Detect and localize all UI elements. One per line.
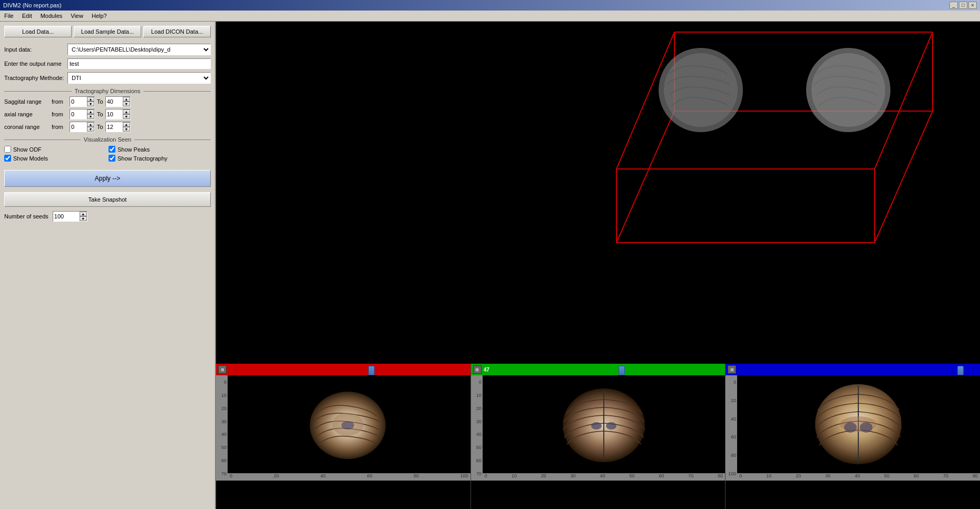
saggital-from-spinners: ▲ ▼ xyxy=(87,97,94,106)
seeds-spin: ▲ ▼ xyxy=(53,211,87,222)
axial-slider-track[interactable] xyxy=(494,366,721,373)
coronal-from-spinners: ▲ ▼ xyxy=(87,122,94,132)
axial-to-input[interactable] xyxy=(106,109,123,119)
coronal-to-up[interactable]: ▲ xyxy=(123,122,130,127)
axial-from-down[interactable]: ▼ xyxy=(87,114,94,119)
menu-modules[interactable]: Modules xyxy=(38,12,65,20)
saggital-to-up[interactable]: ▲ xyxy=(123,97,130,102)
3d-scene-svg xyxy=(216,22,980,364)
svg-point-13 xyxy=(664,53,738,127)
seeds-input[interactable] xyxy=(53,212,80,221)
axial-slice-number: 47 xyxy=(484,367,489,373)
axial-y-axis: 0 10 20 30 40 50 60 70 xyxy=(471,375,483,481)
show-peaks-item: Show Peaks xyxy=(109,146,211,153)
coronal-from-input[interactable] xyxy=(70,122,87,132)
coronal-from-down[interactable]: ▼ xyxy=(87,127,94,132)
saggital-from-input[interactable] xyxy=(70,97,87,106)
tractography-dimensions-divider: Tractography Dimensions xyxy=(4,88,211,94)
saggital-to-input[interactable] xyxy=(106,97,123,106)
axial-icon: ⊞ xyxy=(473,365,482,374)
show-odf-checkbox[interactable] xyxy=(4,146,11,153)
axial-to-spin: ▲ ▼ xyxy=(105,109,131,119)
coronal-mri-view: 0 20 40 60 80 100 xyxy=(726,375,980,481)
axial-from-up[interactable]: ▲ xyxy=(87,109,94,114)
coronal-to-input[interactable] xyxy=(106,122,123,132)
menu-file[interactable]: File xyxy=(2,12,16,20)
svg-point-26 xyxy=(844,422,857,433)
show-odf-label: Show ODF xyxy=(13,146,42,153)
saggital-from-up[interactable]: ▲ xyxy=(87,97,94,102)
axial-slice-content: 0 10 20 30 40 50 60 70 xyxy=(471,375,726,481)
load-dicom-data-button[interactable]: Load DICON Data... xyxy=(143,26,211,37)
output-name-input[interactable] xyxy=(67,58,211,69)
coronal-slider-track[interactable] xyxy=(742,366,976,373)
saggital-range-label: Saggital range xyxy=(4,98,52,105)
sagittal-slider-thumb[interactable] xyxy=(368,366,375,375)
seeds-up[interactable]: ▲ xyxy=(80,212,87,216)
coronal-icon: ⊞ xyxy=(728,365,736,374)
sagittal-mri-view: 0 10 20 30 40 50 60 70 xyxy=(216,375,471,481)
axial-brain-svg xyxy=(555,385,653,464)
maximize-button[interactable]: □ xyxy=(959,2,967,9)
axial-to-down[interactable]: ▼ xyxy=(123,114,130,119)
minimize-button[interactable]: _ xyxy=(949,2,958,9)
axial-from-spinners: ▲ ▼ xyxy=(87,109,94,119)
axial-slider-bar[interactable]: ⊞ 47 xyxy=(471,364,726,375)
coronal-slice-content: 0 20 40 60 80 100 xyxy=(726,375,980,481)
show-models-checkbox[interactable] xyxy=(4,155,11,162)
axial-slider-thumb[interactable] xyxy=(619,366,625,375)
show-peaks-label: Show Peaks xyxy=(117,146,150,153)
svg-line-11 xyxy=(616,111,674,243)
sagittal-slider-track[interactable] xyxy=(233,366,466,373)
menu-help[interactable]: Help? xyxy=(90,12,109,20)
show-peaks-checkbox[interactable] xyxy=(109,146,115,153)
axial-range-row: axial range from ▲ ▼ To ▲ ▼ xyxy=(4,109,211,119)
seeds-label: Number of seeds xyxy=(4,213,48,219)
axial-from-spin: ▲ ▼ xyxy=(70,109,95,119)
output-name-row: Enter the output name xyxy=(4,58,211,69)
show-tractography-checkbox[interactable] xyxy=(109,155,115,162)
sagittal-icon: ⊞ xyxy=(218,365,227,374)
brain-3d-left xyxy=(659,48,743,132)
saggital-from-down[interactable]: ▼ xyxy=(87,102,94,106)
sagittal-y-axis: 0 10 20 30 40 50 60 70 xyxy=(216,375,228,481)
input-data-label: Input data: xyxy=(4,46,67,53)
coronal-slider-thumb[interactable] xyxy=(957,366,964,375)
sagittal-slider-bar[interactable]: ⊞ xyxy=(216,364,471,375)
sagittal-img-wrapper xyxy=(228,375,471,473)
coronal-to-down[interactable]: ▼ xyxy=(123,127,130,132)
seeds-row: Number of seeds ▲ ▼ xyxy=(4,211,211,222)
axial-to-up[interactable]: ▲ xyxy=(123,109,130,114)
saggital-from-spin: ▲ ▼ xyxy=(70,96,95,107)
3d-view xyxy=(216,22,980,364)
menu-edit[interactable]: Edit xyxy=(20,12,34,20)
tractography-method-select[interactable]: DTI EuDX LocalTracking xyxy=(67,72,211,84)
axial-slice-panel: ⊞ 47 0 10 20 30 40 5 xyxy=(471,364,726,509)
seeds-down[interactable]: ▼ xyxy=(80,216,87,221)
sagittal-bottom-bar xyxy=(216,481,471,509)
coronal-slider-bar[interactable]: ⊞ xyxy=(726,364,980,375)
saggital-to-label: To xyxy=(97,98,103,105)
svg-point-22 xyxy=(606,422,616,430)
svg-line-10 xyxy=(875,111,933,243)
axial-to-spinners: ▲ ▼ xyxy=(123,109,130,119)
axial-mri-main: 0 10 20 30 40 50 60 70 80 xyxy=(483,375,726,481)
input-data-select[interactable]: C:\Users\PENTABELL\Desktop\dipy_d xyxy=(67,44,211,55)
close-button[interactable]: × xyxy=(968,2,977,9)
menu-view[interactable]: View xyxy=(68,12,85,20)
coronal-mri-main: 0 10 20 30 40 50 60 70 80 xyxy=(737,375,980,481)
sagittal-slice-content: 0 10 20 30 40 50 60 70 xyxy=(216,375,471,481)
coronal-brain-svg xyxy=(810,381,907,468)
snapshot-button[interactable]: Take Snapshot xyxy=(4,192,211,207)
coronal-to-label: To xyxy=(97,124,103,130)
output-name-label: Enter the output name xyxy=(4,61,67,67)
load-data-button[interactable]: Load Data... xyxy=(4,26,72,37)
saggital-to-down[interactable]: ▼ xyxy=(123,102,130,106)
saggital-to-spin: ▲ ▼ xyxy=(105,96,131,107)
menu-bar: File Edit Modules View Help? xyxy=(0,11,980,22)
load-sample-data-button[interactable]: Load Sample Data... xyxy=(74,26,141,37)
axial-bottom-bar xyxy=(471,481,726,509)
axial-from-input[interactable] xyxy=(70,109,87,119)
apply-button[interactable]: Apply --> xyxy=(4,170,211,187)
coronal-from-up[interactable]: ▲ xyxy=(87,122,94,127)
